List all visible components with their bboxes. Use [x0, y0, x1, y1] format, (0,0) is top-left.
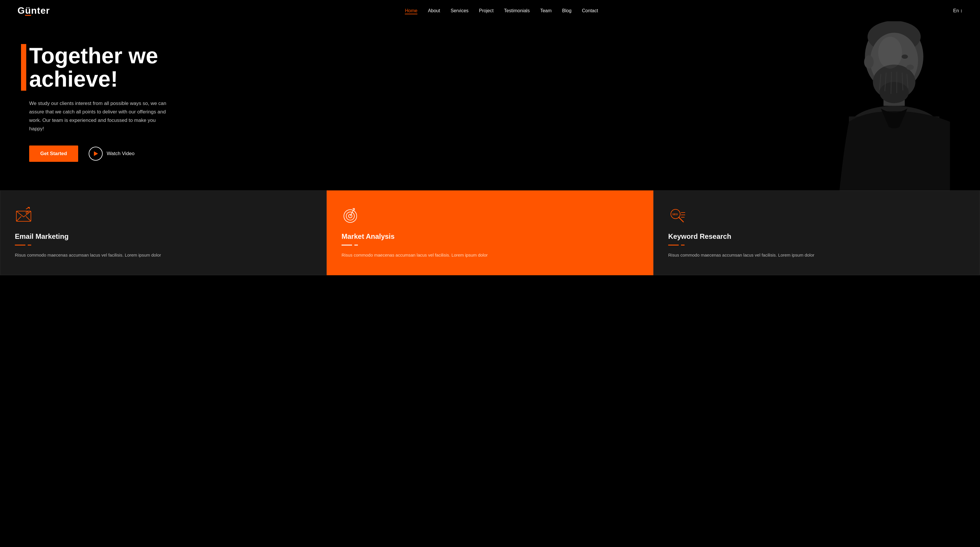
service-title-email: Email Marketing: [15, 232, 312, 240]
service-underline-keyword: [668, 245, 679, 245]
email-marketing-icon: [15, 207, 32, 224]
svg-line-23: [26, 211, 28, 213]
service-title-keyword: Keyword Research: [668, 232, 965, 240]
market-analysis-icon: [342, 207, 359, 224]
language-selector[interactable]: En ↕: [953, 8, 963, 13]
nav-testimonials[interactable]: Testimonials: [504, 8, 530, 13]
nav-services[interactable]: Services: [450, 8, 468, 13]
service-title-market: Market Analysis: [342, 232, 638, 240]
service-underline-email: [15, 245, 25, 245]
svg-point-17: [878, 37, 902, 68]
services-section: Email Marketing Risus commodo maecenas a…: [0, 191, 980, 275]
service-card-market-analysis: Market Analysis Risus commodo maecenas a…: [327, 191, 653, 275]
svg-point-24: [344, 210, 357, 223]
svg-point-16: [864, 56, 874, 69]
svg-line-20: [26, 216, 31, 221]
svg-point-14: [902, 54, 908, 59]
get-started-button[interactable]: Get Started: [29, 145, 78, 162]
hero-section: Together we achieve! We study our client…: [0, 21, 980, 191]
nav-links: Home About Services Project Testimonials…: [405, 8, 598, 13]
hero-person-svg: [805, 21, 957, 191]
nav-contact[interactable]: Contact: [582, 8, 598, 13]
svg-point-26: [348, 214, 352, 218]
svg-line-19: [16, 216, 21, 221]
orange-accent-bar: [21, 44, 26, 91]
watch-video-label: Watch Video: [107, 151, 134, 157]
watch-video-button[interactable]: Watch Video: [89, 147, 134, 161]
svg-point-15: [906, 65, 914, 70]
hero-description: We study our clients interest from all p…: [29, 99, 169, 133]
nav-project[interactable]: Project: [479, 8, 493, 13]
service-card-keyword-research: SEO Keyword Research Risus commodo maece…: [653, 191, 980, 275]
hero-content: Together we achieve! We study our client…: [0, 27, 187, 185]
hero-title: Together we achieve!: [29, 44, 169, 91]
navbar: Günter Home About Services Project Testi…: [0, 0, 980, 21]
service-desc-email: Risus commodo maecenas accumsan lacus ve…: [15, 251, 312, 259]
play-circle-icon: [89, 147, 103, 161]
nav-blog[interactable]: Blog: [562, 8, 571, 13]
svg-point-7: [880, 82, 908, 103]
nav-team[interactable]: Team: [540, 8, 552, 13]
hero-actions: Get Started Watch Video: [29, 145, 169, 162]
service-desc-market: Risus commodo maecenas accumsan lacus ve…: [342, 251, 638, 259]
keyword-research-icon: SEO: [668, 207, 686, 224]
service-desc-keyword: Risus commodo maecenas accumsan lacus ve…: [668, 251, 965, 259]
service-card-email-marketing: Email Marketing Risus commodo maecenas a…: [0, 191, 327, 275]
hero-image: [441, 21, 980, 191]
service-underline-market: [342, 245, 352, 245]
svg-text:SEO: SEO: [672, 213, 678, 216]
logo[interactable]: Günter: [18, 5, 50, 16]
nav-about[interactable]: About: [428, 8, 440, 13]
svg-point-25: [346, 212, 355, 220]
svg-line-29: [679, 217, 683, 222]
nav-home[interactable]: Home: [405, 8, 417, 14]
play-triangle-icon: [94, 151, 98, 156]
